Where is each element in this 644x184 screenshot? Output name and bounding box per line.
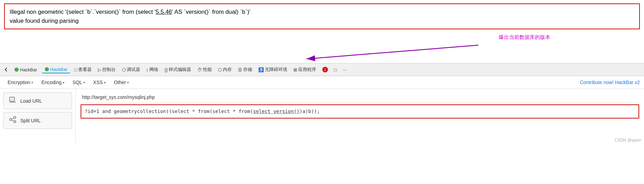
svg-line-9: [12, 120, 14, 121]
app-icon: ⊞: [293, 67, 297, 72]
toolbar-style-editor[interactable]: {} 样式编辑器: [163, 66, 193, 73]
encryption-arrow: ▾: [31, 81, 33, 84]
svg-point-5: [10, 119, 12, 121]
annotation-label: 爆出当前数据库的版本: [499, 34, 550, 41]
sql-arrow: ▾: [83, 81, 85, 84]
browser-toolbar: HackBar HackBar □ 查看器 ▷ 控制台 ⬡ 调试器 ↕ 网络 {…: [0, 63, 644, 76]
tab-hackbar-1[interactable]: HackBar: [12, 67, 40, 73]
toolbar-debugger[interactable]: ⬡ 调试器: [120, 66, 142, 73]
accessibility-icon: ♿: [258, 67, 264, 72]
menu-xss[interactable]: XSS ▾: [90, 78, 109, 86]
svg-rect-3: [10, 98, 14, 101]
annotation-area: 爆出当前数据库的版本: [4, 32, 640, 63]
overflow-icon: ···: [343, 67, 347, 72]
query-input-box[interactable]: ?id=1 and geometrycollection((select * f…: [81, 104, 639, 119]
performance-icon: ⏱: [197, 67, 202, 72]
more-icon: □: [334, 67, 337, 72]
encryption-label: Encryption: [8, 80, 30, 85]
toolbar-more[interactable]: □: [332, 67, 339, 73]
load-url-button[interactable]: Load URL: [3, 92, 72, 109]
toolbar-performance[interactable]: ⏱ 性能: [195, 66, 214, 73]
contribute-text: Contribute now!: [580, 80, 614, 85]
alert-badge: 2: [322, 67, 328, 72]
svg-point-6: [14, 116, 16, 119]
xss-arrow: ▾: [104, 81, 106, 84]
toolbar-storage[interactable]: ☰ 存储: [236, 66, 254, 73]
toolbar-network[interactable]: ↕ 网络: [144, 66, 161, 73]
query-prefix: ?id=1 and geometrycollection((select * f…: [85, 109, 253, 114]
version-number: 5.5.46: [156, 9, 172, 15]
error-message-box: Illegal non geometric '(select `b`.`vers…: [4, 3, 640, 29]
other-arrow: ▾: [127, 81, 129, 84]
menu-encryption[interactable]: Encryption ▾: [4, 78, 37, 86]
style-icon: {}: [165, 67, 168, 72]
toolbar-viewer[interactable]: □ 查看器: [72, 66, 94, 73]
toolbar-console[interactable]: ▷ 控制台: [96, 66, 118, 73]
debugger-icon: ⬡: [122, 67, 126, 72]
split-url-label: Split URL: [20, 118, 41, 123]
url-display: http://target_sys.com/mysqlinj.php: [81, 92, 639, 102]
toolbar-applications[interactable]: ⊞ 应用程序: [291, 66, 318, 73]
load-url-icon: [9, 96, 17, 105]
watermark: CSDN @qwsn: [614, 138, 641, 143]
version-text: HackBar v2: [615, 80, 640, 85]
right-panel: http://target_sys.com/mysqlinj.php ?id=1…: [76, 89, 644, 144]
memory-icon: ⬡: [218, 67, 222, 72]
encoding-label: Encoding: [41, 80, 61, 85]
hackbar-menu-bar: Encryption ▾ Encoding ▾ SQL ▾ XSS ▾ Othe…: [0, 76, 644, 89]
tab-dot-1: [14, 68, 19, 72]
xss-label: XSS: [93, 80, 103, 85]
svg-line-1: [307, 45, 478, 59]
contribute-link[interactable]: Contribute now! HackBar v2: [580, 80, 640, 85]
toolbar-overflow[interactable]: ···: [341, 67, 349, 73]
hackbar-content: Load URL Split URL http://target_sys.com…: [0, 89, 644, 144]
console-icon: ▷: [98, 67, 101, 72]
toolbar-memory[interactable]: ⬡ 内存: [216, 66, 234, 73]
other-label: Other: [114, 80, 126, 85]
menu-other[interactable]: Other ▾: [111, 78, 132, 86]
network-icon: ↕: [146, 67, 149, 72]
toolbar-accessibility[interactable]: ♿ 无障碍环境: [256, 66, 289, 73]
query-suffix: )a)b));: [300, 109, 320, 114]
svg-line-8: [12, 118, 14, 119]
left-panel: Load URL Split URL: [0, 89, 76, 144]
viewer-icon: □: [74, 67, 77, 72]
menu-encoding[interactable]: Encoding ▾: [38, 78, 67, 86]
svg-point-7: [14, 121, 16, 123]
menu-sql[interactable]: SQL ▾: [69, 78, 89, 86]
tab-hackbar-2[interactable]: HackBar: [42, 66, 70, 73]
tab-hackbar-1-label: HackBar: [20, 67, 37, 72]
back-button[interactable]: [3, 66, 10, 73]
url-text: http://target_sys.com/mysqlinj.php: [82, 94, 155, 100]
error-text: Illegal non geometric '(select `b`.`vers…: [10, 9, 250, 24]
tab-dot-2: [45, 67, 49, 71]
split-url-button[interactable]: Split URL: [3, 112, 72, 129]
sql-underline-part: select version(): [253, 109, 300, 114]
svg-rect-4: [10, 102, 16, 103]
sql-label: SQL: [73, 80, 82, 85]
load-url-label: Load URL: [20, 98, 42, 104]
storage-icon: ☰: [238, 67, 242, 72]
toolbar-alert[interactable]: 2: [320, 66, 330, 73]
encoding-arrow: ▾: [63, 81, 64, 84]
tab-hackbar-2-label: HackBar: [50, 67, 67, 72]
split-url-icon: [9, 116, 17, 125]
